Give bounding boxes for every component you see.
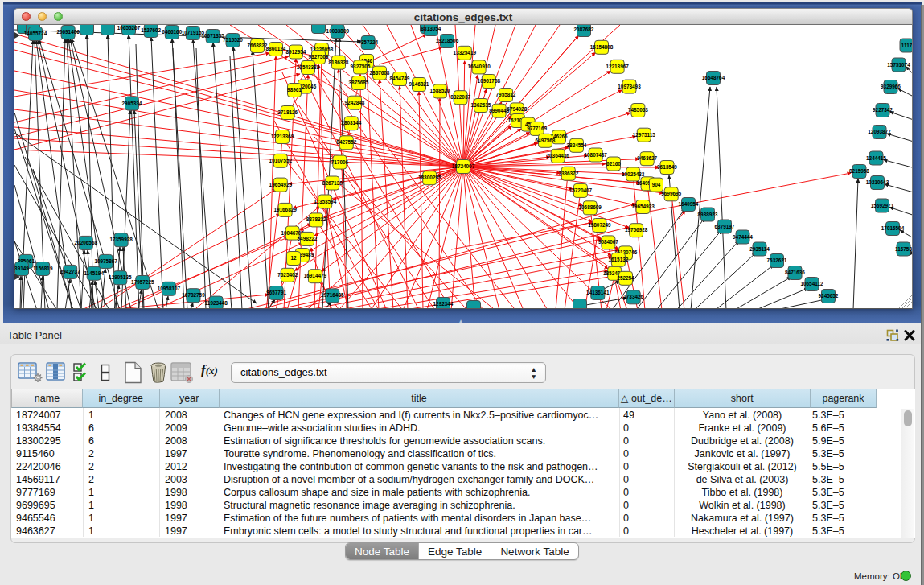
svg-text:9245652: 9245652 xyxy=(819,293,839,299)
svg-text:98961: 98961 xyxy=(287,87,302,93)
svg-text:9327509: 9327509 xyxy=(309,54,329,60)
svg-text:9657791: 9657791 xyxy=(266,290,286,295)
svg-text:7632621: 7632621 xyxy=(767,257,787,263)
svg-text:15807249: 15807249 xyxy=(588,222,611,228)
svg-text:20691406: 20691406 xyxy=(56,29,80,35)
svg-text:16640910: 16640910 xyxy=(467,64,491,69)
svg-text:1615132: 1615132 xyxy=(608,257,628,262)
svg-text:12213967: 12213967 xyxy=(606,64,629,69)
svg-text:16154808: 16154808 xyxy=(590,44,614,50)
svg-text:10210643: 10210643 xyxy=(866,179,889,185)
svg-text:16914479: 16914479 xyxy=(304,273,327,278)
svg-text:10807487: 10807487 xyxy=(584,152,607,158)
svg-text:8322037: 8322037 xyxy=(450,94,470,100)
svg-text:1156819: 1156819 xyxy=(33,266,53,271)
svg-text:8860124: 8860124 xyxy=(266,46,286,51)
svg-text:15692971: 15692971 xyxy=(871,203,894,208)
svg-text:19654925: 19654925 xyxy=(269,182,293,187)
svg-text:7386372: 7386372 xyxy=(558,171,578,176)
svg-text:1244415: 1244415 xyxy=(866,155,886,161)
svg-text:10025433: 10025433 xyxy=(622,171,645,177)
svg-text:10958107: 10958107 xyxy=(158,286,181,291)
svg-text:10654112: 10654112 xyxy=(800,281,823,286)
svg-text:8215958: 8215958 xyxy=(849,168,869,174)
svg-text:9699695: 9699695 xyxy=(661,191,681,196)
svg-text:20206568: 20206568 xyxy=(75,240,98,245)
svg-text:10961758: 10961758 xyxy=(478,78,501,84)
svg-text:9613549: 9613549 xyxy=(657,164,677,170)
svg-text:1145194: 1145194 xyxy=(84,270,104,276)
svg-text:10655267: 10655267 xyxy=(117,25,141,31)
svg-text:2942737: 2942737 xyxy=(60,269,80,274)
svg-text:7955812: 7955812 xyxy=(496,92,516,97)
svg-text:6794028: 6794028 xyxy=(507,106,527,112)
svg-text:12905135: 12905135 xyxy=(109,274,132,280)
svg-text:10033809: 10033809 xyxy=(326,28,350,34)
svg-text:19716485: 19716485 xyxy=(321,292,344,298)
svg-text:14055724: 14055724 xyxy=(24,31,47,36)
svg-text:1292344: 1292344 xyxy=(433,301,454,307)
svg-text:8186328: 8186328 xyxy=(329,60,349,65)
svg-text:2867608: 2867608 xyxy=(370,70,390,76)
svg-text:1733426: 1733426 xyxy=(623,294,643,299)
svg-text:9777169: 9777169 xyxy=(527,126,547,131)
svg-text:17016504: 17016504 xyxy=(881,225,905,231)
svg-text:16782759: 16782759 xyxy=(182,292,205,298)
svg-text:1362615: 1362615 xyxy=(471,102,491,108)
svg-text:2905334: 2905334 xyxy=(122,101,142,106)
svg-text:8938923: 8938923 xyxy=(698,212,718,217)
svg-text:116753: 116753 xyxy=(895,246,912,252)
svg-text:7625402: 7625402 xyxy=(277,272,298,278)
svg-text:6497568: 6497568 xyxy=(536,138,556,143)
svg-text:12: 12 xyxy=(290,255,297,261)
svg-text:10543382: 10543382 xyxy=(297,64,320,70)
svg-text:17957225: 17957225 xyxy=(131,279,154,285)
svg-text:10688609: 10688609 xyxy=(578,204,602,210)
svg-text:1527602: 1527602 xyxy=(141,27,161,33)
svg-text:14136141: 14136141 xyxy=(586,290,610,295)
svg-text:17359928: 17359928 xyxy=(109,237,133,242)
svg-text:2935114: 2935114 xyxy=(749,246,770,252)
svg-text:12975115: 12975115 xyxy=(633,132,656,138)
svg-text:18724007: 18724007 xyxy=(452,163,475,169)
svg-text:9474444: 9474444 xyxy=(733,234,753,240)
svg-text:62160: 62160 xyxy=(606,161,621,167)
svg-text:6379197: 6379197 xyxy=(715,224,735,229)
svg-text:8471636: 8471636 xyxy=(785,270,805,275)
svg-text:3875685: 3875685 xyxy=(349,80,369,85)
svg-text:12213369: 12213369 xyxy=(271,134,294,139)
svg-text:10973493: 10973493 xyxy=(618,84,641,89)
svg-text:9084067: 9084067 xyxy=(598,239,618,245)
svg-text:9329966: 9329966 xyxy=(881,84,901,89)
svg-text:18300295: 18300295 xyxy=(418,175,441,180)
svg-text:8878332: 8878332 xyxy=(306,216,326,222)
svg-text:9463627: 9463627 xyxy=(637,155,657,161)
svg-text:2803144: 2803144 xyxy=(341,120,361,126)
svg-text:20364436: 20364436 xyxy=(546,153,569,159)
svg-text:904: 904 xyxy=(652,182,661,187)
svg-text:717006: 717006 xyxy=(331,159,349,165)
svg-text:7357224: 7357224 xyxy=(358,39,378,45)
svg-text:10671355: 10671355 xyxy=(201,33,224,39)
svg-text:7485063: 7485063 xyxy=(628,107,648,113)
svg-text:11353594: 11353594 xyxy=(314,199,337,204)
svg-text:15720407: 15720407 xyxy=(569,187,593,193)
svg-text:1640954: 1640954 xyxy=(679,201,699,207)
svg-text:19654923: 19654923 xyxy=(631,204,655,209)
svg-text:9327505: 9327505 xyxy=(351,64,371,69)
svg-text:8813054: 8813054 xyxy=(421,26,441,31)
svg-text:9146821: 9146821 xyxy=(409,81,429,87)
svg-text:10975867: 10975867 xyxy=(94,258,117,264)
svg-text:19166829: 19166829 xyxy=(273,207,297,212)
svg-text:10107552: 10107552 xyxy=(269,158,293,163)
svg-text:16648764: 16648764 xyxy=(702,75,725,80)
svg-text:12093877: 12093877 xyxy=(868,129,891,134)
svg-text:6466160: 6466160 xyxy=(162,29,182,35)
svg-text:9227342: 9227342 xyxy=(873,107,893,113)
svg-text:2087682: 2087682 xyxy=(574,27,594,32)
svg-text:3824554: 3824554 xyxy=(567,142,587,148)
svg-text:19756928: 19756928 xyxy=(625,227,648,233)
svg-text:8427552: 8427552 xyxy=(336,139,356,145)
svg-text:8267130: 8267130 xyxy=(322,180,343,186)
svg-text:9242848: 9242848 xyxy=(345,100,365,105)
